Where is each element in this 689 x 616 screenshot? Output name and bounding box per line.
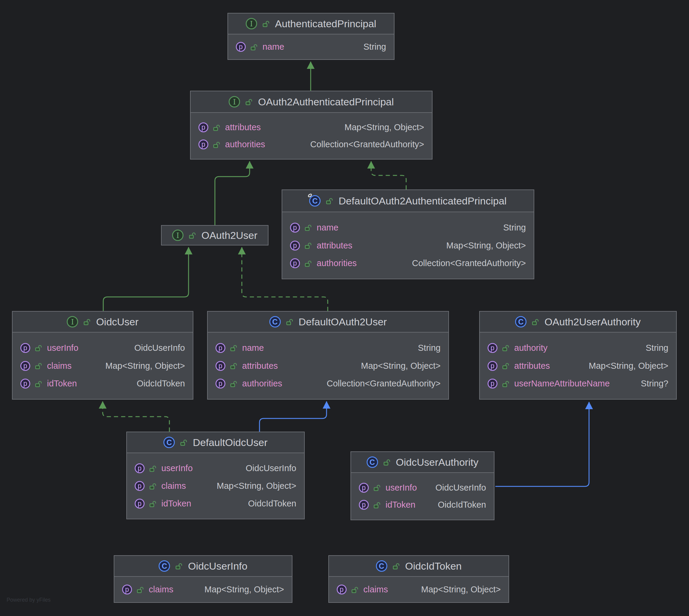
member-row[interactable]: puserInfoOidcUserInfo <box>351 483 494 493</box>
node-body-default-oauth2-authenticated-principal: pnameStringpattributesMap<String, Object… <box>282 212 534 279</box>
property-icon: p <box>337 585 347 594</box>
property-icon: p <box>359 483 369 493</box>
public-lock-icon <box>189 232 196 239</box>
member-row[interactable]: pattributesMap<String, Object> <box>208 361 448 371</box>
member-row[interactable]: pclaimsMap<String, Object> <box>329 585 509 594</box>
public-lock-icon <box>35 362 42 370</box>
class-title: OidcUserInfo <box>188 560 247 572</box>
public-lock-icon <box>263 20 270 27</box>
member-name: name <box>242 343 264 353</box>
public-lock-icon <box>180 439 187 446</box>
public-lock-icon <box>230 344 237 352</box>
class-node-oauth2-authenticated-principal[interactable]: IOAuth2AuthenticatedPrincipalpattributes… <box>190 91 432 159</box>
class-node-default-oauth2-authenticated-principal[interactable]: CDefaultOAuth2AuthenticatedPrincipalpnam… <box>282 190 534 279</box>
member-type: String <box>354 42 386 52</box>
public-lock-icon <box>393 562 400 570</box>
member-type: OidcUserInfo <box>126 343 185 353</box>
property-icon: p <box>216 361 225 371</box>
class-node-oidc-user-authority[interactable]: COidcUserAuthoritypuserInfoOidcUserInfop… <box>351 452 494 520</box>
class-node-oidc-user-info[interactable]: COidcUserInfopclaimsMap<String, Object> <box>114 555 292 603</box>
member-row[interactable]: pauthoritiesCollection<GrantedAuthority> <box>191 139 432 149</box>
member-row[interactable]: pnameString <box>228 42 394 52</box>
member-name: authorities <box>317 258 357 268</box>
public-lock-icon <box>502 344 509 352</box>
member-row[interactable]: pnameString <box>208 343 448 353</box>
public-lock-icon <box>230 362 237 370</box>
edge-default-oidc-user-implements-oidc-user[interactable] <box>103 401 170 432</box>
member-row[interactable]: pauthoritiesCollection<GrantedAuthority> <box>282 258 534 268</box>
class-node-default-oauth2-user[interactable]: CDefaultOAuth2UserpnameStringpattributes… <box>207 311 449 400</box>
public-lock-icon <box>84 318 91 326</box>
member-name: userInfo <box>47 343 79 353</box>
member-row[interactable]: puserNameAttributeNameString? <box>480 379 676 389</box>
node-body-oauth2-authenticated-principal: pattributesMap<String, Object>pauthoriti… <box>191 113 432 159</box>
public-lock-icon <box>137 586 144 594</box>
public-lock-icon <box>213 124 220 131</box>
class-icon: C <box>309 195 320 206</box>
class-node-authenticated-principal[interactable]: IAuthenticatedPrincipalpnameString <box>227 13 395 60</box>
property-icon: p <box>20 361 30 371</box>
public-lock-icon <box>213 141 220 149</box>
edge-default-oauth2-authenticated-principal-implements-oauth2-authenticated-principal[interactable] <box>371 161 406 190</box>
public-lock-icon <box>250 43 258 51</box>
node-header-default-oidc-user: CDefaultOidcUser <box>127 432 304 453</box>
member-name: attributes <box>242 361 278 371</box>
node-body-oidc-user-authority: puserInfoOidcUserInfopidTokenOidcIdToken <box>351 473 494 520</box>
member-type: OidcIdToken <box>128 379 185 389</box>
interface-icon: I <box>172 229 183 241</box>
member-type: OidcIdToken <box>429 500 486 510</box>
class-node-oauth2-user-authority[interactable]: COAuth2UserAuthoritypauthorityStringpatt… <box>479 311 677 400</box>
property-icon: p <box>135 499 145 509</box>
node-body-oidc-id-token: pclaimsMap<String, Object> <box>329 577 509 602</box>
property-icon: p <box>290 223 300 233</box>
member-row[interactable]: puserInfoOidcUserInfo <box>127 463 304 473</box>
interface-icon: I <box>246 18 257 29</box>
member-row[interactable]: pclaimsMap<String, Object> <box>114 585 292 594</box>
member-row[interactable]: pattributesMap<String, Object> <box>282 241 534 250</box>
member-row[interactable]: puserInfoOidcUserInfo <box>13 343 193 353</box>
class-icon: C <box>366 457 378 468</box>
member-row[interactable]: pidTokenOidcIdToken <box>13 379 193 389</box>
member-name: claims <box>161 481 186 491</box>
node-header-default-oauth2-authenticated-principal: CDefaultOAuth2AuthenticatedPrincipal <box>282 190 534 212</box>
class-title: DefaultOAuth2AuthenticatedPrincipal <box>338 195 506 207</box>
class-icon: C <box>269 316 281 327</box>
node-header-oauth2-user-authority: COAuth2UserAuthority <box>480 312 676 333</box>
edge-oidc-user-authority-extends-oauth2-user-authority[interactable] <box>495 402 589 486</box>
member-row[interactable]: pattributesMap<String, Object> <box>480 361 676 371</box>
class-node-oauth2-user[interactable]: IOAuth2User <box>161 225 268 245</box>
member-type: String <box>409 343 441 353</box>
public-lock-icon <box>35 344 42 352</box>
public-lock-icon <box>149 482 157 490</box>
property-icon: p <box>198 139 208 149</box>
property-icon: p <box>216 343 225 353</box>
member-name: idToken <box>161 499 191 509</box>
member-name: userInfo <box>385 483 417 493</box>
class-node-oidc-user[interactable]: IOidcUserpuserInfoOidcUserInfopclaimsMap… <box>12 311 193 400</box>
node-body-oidc-user-info: pclaimsMap<String, Object> <box>114 577 292 602</box>
property-icon: p <box>488 361 497 371</box>
edge-oidc-user-extends-oauth2-user[interactable] <box>103 247 188 311</box>
member-row[interactable]: pauthorityString <box>480 343 676 353</box>
edge-oauth2-user-extends-oauth2-authenticated-principal[interactable] <box>215 161 250 225</box>
member-row[interactable]: pidTokenOidcIdToken <box>127 499 304 509</box>
member-name: authority <box>514 343 548 353</box>
class-title: DefaultOidcUser <box>193 437 267 448</box>
member-type: String? <box>632 379 668 389</box>
edge-default-oidc-user-extends-default-oauth2-user[interactable] <box>260 401 327 432</box>
property-icon: p <box>20 379 30 389</box>
member-row[interactable]: pclaimsMap<String, Object> <box>13 361 193 371</box>
property-icon: p <box>198 123 208 132</box>
member-type: String <box>494 223 526 233</box>
public-lock-icon <box>245 98 252 106</box>
member-row[interactable]: pattributesMap<String, Object> <box>191 123 432 132</box>
member-name: name <box>263 42 284 52</box>
member-row[interactable]: pauthoritiesCollection<GrantedAuthority> <box>208 379 448 389</box>
class-node-default-oidc-user[interactable]: CDefaultOidcUserpuserInfoOidcUserInfopcl… <box>126 432 305 519</box>
public-lock-icon <box>532 318 539 326</box>
member-row[interactable]: pnameString <box>282 223 534 233</box>
member-row[interactable]: pidTokenOidcIdToken <box>351 500 494 510</box>
member-row[interactable]: pclaimsMap<String, Object> <box>127 481 304 491</box>
class-node-oidc-id-token[interactable]: COidcIdTokenpclaimsMap<String, Object> <box>328 555 509 603</box>
public-lock-icon <box>383 458 391 466</box>
